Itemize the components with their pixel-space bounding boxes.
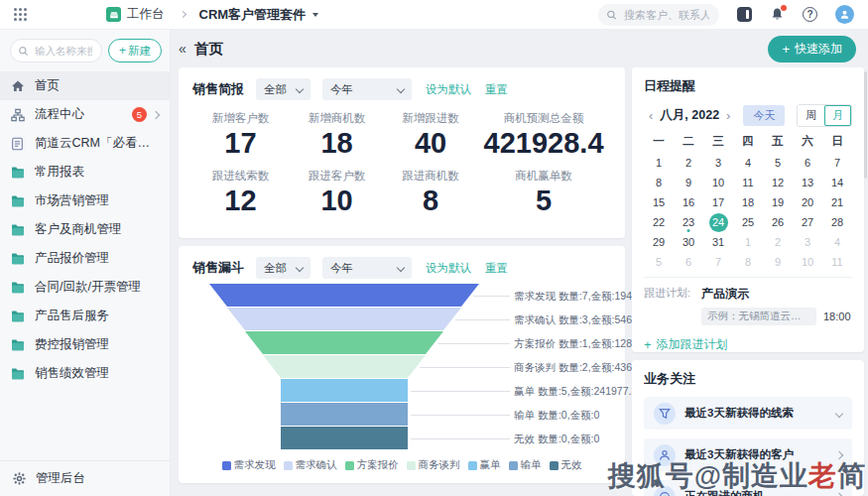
calendar-day[interactable]: 11: [822, 252, 852, 272]
calendar-day[interactable]: 5: [644, 252, 674, 272]
calendar-day[interactable]: 8: [644, 173, 674, 192]
sidebar-item-3[interactable]: 常用报表: [0, 158, 170, 186]
legend-item[interactable]: 需求发现: [222, 458, 276, 472]
sidebar-item-admin[interactable]: 管理后台: [0, 460, 170, 496]
calendar-day[interactable]: 9: [763, 252, 793, 272]
stat-item[interactable]: 跟进商机数8: [385, 169, 476, 217]
calendar-day[interactable]: 25: [733, 212, 763, 232]
today-button[interactable]: 今天: [743, 105, 785, 126]
calendar-day[interactable]: 24: [703, 212, 733, 232]
calendar-day[interactable]: 6: [674, 252, 703, 272]
stat-item[interactable]: 商机赢单数5: [476, 169, 611, 217]
funnel-segment[interactable]: [209, 284, 479, 307]
sidebar-item-7[interactable]: 合同/回款/开票管理: [0, 273, 170, 302]
next-month-icon[interactable]: ›: [721, 109, 735, 122]
month-toggle-button[interactable]: 月: [824, 105, 851, 126]
legend-item[interactable]: 无效: [550, 458, 582, 472]
notifications-button[interactable]: [770, 7, 785, 22]
calendar-day[interactable]: 8: [733, 252, 763, 272]
sidebar-search[interactable]: [10, 39, 102, 62]
calendar-day[interactable]: 18: [733, 192, 763, 212]
stat-item[interactable]: 新增客户数17: [192, 111, 289, 160]
calendar-day[interactable]: 31: [703, 232, 733, 252]
global-search-input[interactable]: [622, 8, 711, 22]
calendar-day[interactable]: 29: [644, 232, 674, 252]
calendar-day[interactable]: 15: [644, 192, 674, 212]
create-new-button[interactable]: +新建: [108, 39, 162, 62]
calendar-day[interactable]: 21: [822, 192, 852, 212]
calendar-day[interactable]: 3: [703, 153, 733, 173]
focus-item-0[interactable]: 最近3天新获得的线索: [644, 397, 852, 430]
breadcrumb-app-title[interactable]: CRM客户管理套件: [199, 6, 307, 24]
calendar-day[interactable]: 12: [763, 173, 793, 192]
calendar-day[interactable]: 27: [793, 212, 822, 232]
legend-item[interactable]: 方案报价: [345, 458, 399, 472]
calendar-day[interactable]: 10: [793, 252, 822, 272]
calendar-day[interactable]: 19: [763, 192, 793, 212]
calendar-day[interactable]: 30: [674, 232, 703, 252]
app-title-caret-icon[interactable]: [312, 13, 318, 17]
calendar-day[interactable]: 11: [733, 173, 763, 192]
sidebar-item-6[interactable]: 产品报价管理: [0, 244, 170, 273]
calendar-day[interactable]: 14: [822, 173, 852, 192]
breadcrumb-workspace[interactable]: 工作台: [127, 6, 165, 23]
sidebar-item-2[interactable]: 简道云CRM「必看说明」: [0, 129, 170, 158]
calendar-day[interactable]: 3: [793, 232, 822, 252]
calendar-day[interactable]: 13: [793, 173, 822, 192]
help-button[interactable]: ?: [803, 7, 817, 22]
calendar-day[interactable]: 16: [674, 192, 703, 212]
sidebar-item-1[interactable]: 流程中心5: [0, 100, 170, 129]
sidebar-item-8[interactable]: 产品售后服务: [0, 302, 170, 330]
calendar-day[interactable]: 17: [703, 192, 733, 212]
brief-reset-link[interactable]: 重置: [485, 82, 508, 97]
sidebar-item-0[interactable]: 首页: [0, 71, 170, 100]
calendar-day[interactable]: 4: [822, 232, 852, 252]
stat-item[interactable]: 新增跟进数40: [385, 111, 476, 160]
sidebar-item-9[interactable]: 费控报销管理: [0, 330, 170, 359]
calendar-day[interactable]: 4: [733, 153, 763, 173]
funnel-period-dropdown[interactable]: 今年: [322, 257, 412, 279]
funnel-scope-dropdown[interactable]: 全部: [256, 257, 310, 279]
funnel-segment[interactable]: [209, 308, 479, 330]
calendar-day[interactable]: 7: [822, 153, 852, 173]
stat-item[interactable]: 跟进客户数10: [289, 169, 385, 217]
calendar-day[interactable]: 6: [793, 153, 822, 173]
app-grid-icon[interactable]: [14, 8, 27, 21]
user-avatar[interactable]: [835, 5, 854, 24]
collapse-panel-button[interactable]: [737, 7, 752, 22]
add-plan-link[interactable]: +添加跟进计划: [644, 336, 852, 353]
legend-item[interactable]: 商务谈判: [407, 458, 460, 472]
stat-item[interactable]: 商机预测总金额421928.4: [476, 111, 611, 160]
funnel-reset-link[interactable]: 重置: [485, 261, 508, 276]
legend-item[interactable]: 输单: [509, 458, 542, 472]
brief-period-dropdown[interactable]: 今年: [322, 78, 412, 100]
global-search[interactable]: [598, 4, 719, 26]
calendar-day[interactable]: 23: [674, 212, 703, 232]
plan-company-chip[interactable]: 示例：无锡简道云科技有限...: [701, 308, 816, 325]
calendar-day[interactable]: 7: [703, 252, 733, 272]
quick-add-button[interactable]: +快速添加: [768, 36, 856, 62]
calendar-day[interactable]: 10: [703, 173, 733, 192]
calendar-day[interactable]: 28: [822, 212, 852, 232]
sidebar-search-input[interactable]: [33, 44, 94, 58]
focus-item-1[interactable]: 最近3天新获得的客户: [644, 438, 852, 471]
sidebar-item-10[interactable]: 销售绩效管理: [0, 359, 170, 388]
scrollbar[interactable]: [864, 71, 867, 179]
brief-set-default-link[interactable]: 设为默认: [426, 82, 471, 97]
stat-item[interactable]: 跟进线索数12: [192, 169, 289, 217]
calendar-day[interactable]: 2: [763, 232, 793, 252]
legend-item[interactable]: 需求确认: [284, 458, 337, 472]
calendar-day[interactable]: 22: [644, 212, 674, 232]
calendar-day[interactable]: 26: [763, 212, 793, 232]
brief-scope-dropdown[interactable]: 全部: [256, 78, 310, 100]
focus-item-2[interactable]: 正在跟进的商机: [644, 480, 852, 496]
funnel-set-default-link[interactable]: 设为默认: [426, 261, 471, 276]
calendar-day[interactable]: 9: [674, 173, 703, 192]
calendar-day[interactable]: 20: [793, 192, 822, 212]
calendar-day[interactable]: 5: [763, 153, 793, 173]
sidebar-item-4[interactable]: 市场营销管理: [0, 186, 170, 215]
week-toggle-button[interactable]: 周: [798, 105, 824, 126]
calendar-day[interactable]: 2: [674, 153, 703, 173]
stat-item[interactable]: 新增商机数18: [289, 111, 385, 160]
sidebar-item-5[interactable]: 客户及商机管理: [0, 215, 170, 244]
